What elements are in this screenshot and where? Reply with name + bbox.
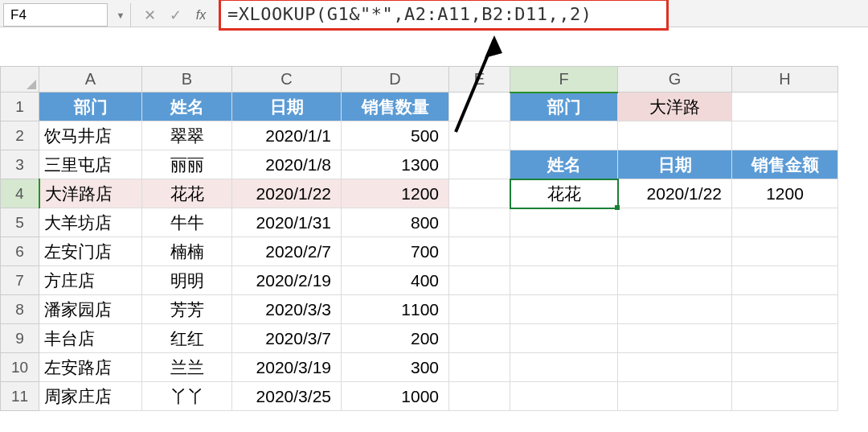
cell-A4[interactable]: 大洋路店 <box>39 179 142 208</box>
formula-input[interactable]: =XLOOKUP(G1&"*",A2:A11,B2:D11,,2) <box>219 0 669 31</box>
cell-A3[interactable]: 三里屯店 <box>39 150 142 179</box>
cell-C1[interactable]: 日期 <box>232 93 342 121</box>
row-header-1[interactable]: 1 <box>1 93 39 121</box>
cancel-icon[interactable]: ✕ <box>137 3 162 27</box>
cell-B9[interactable]: 红红 <box>142 324 232 353</box>
cell-A10[interactable]: 左安路店 <box>39 353 142 382</box>
cell-B8[interactable]: 芳芳 <box>142 295 232 324</box>
cell-D11[interactable]: 1000 <box>342 382 449 411</box>
cell-D3[interactable]: 1300 <box>342 150 449 179</box>
cell-H10[interactable] <box>732 353 838 382</box>
cell-G1[interactable]: 大洋路 <box>618 93 732 121</box>
cell-C7[interactable]: 2020/2/19 <box>232 266 342 295</box>
row-header-2[interactable]: 2 <box>1 121 39 150</box>
cell-G9[interactable] <box>618 324 732 353</box>
column-header-F[interactable]: F <box>510 67 618 93</box>
cell-D9[interactable]: 200 <box>342 324 449 353</box>
cell-E6[interactable] <box>449 237 510 266</box>
fx-icon[interactable]: fx <box>188 3 214 27</box>
cell-C6[interactable]: 2020/2/7 <box>232 237 342 266</box>
row-header-3[interactable]: 3 <box>1 150 39 179</box>
cell-F1[interactable]: 部门 <box>510 93 618 121</box>
cell-E2[interactable] <box>449 121 510 150</box>
cell-C3[interactable]: 2020/1/8 <box>232 150 342 179</box>
cell-G8[interactable] <box>618 295 732 324</box>
cell-B2[interactable]: 翠翠 <box>142 121 232 150</box>
cell-F5[interactable] <box>510 208 618 237</box>
row-header-5[interactable]: 5 <box>1 208 39 237</box>
cell-G5[interactable] <box>618 208 732 237</box>
cell-B3[interactable]: 丽丽 <box>142 150 232 179</box>
cell-D7[interactable]: 400 <box>342 266 449 295</box>
cell-A7[interactable]: 方庄店 <box>39 266 142 295</box>
cell-F2[interactable] <box>510 121 618 150</box>
row-header-11[interactable]: 11 <box>1 382 39 411</box>
cell-B1[interactable]: 姓名 <box>142 93 232 121</box>
confirm-icon[interactable]: ✓ <box>162 3 188 27</box>
column-header-G[interactable]: G <box>618 67 732 93</box>
cell-H7[interactable] <box>732 266 838 295</box>
cell-G11[interactable] <box>618 382 732 411</box>
cell-H1[interactable] <box>732 93 838 121</box>
cell-F7[interactable] <box>510 266 618 295</box>
cell-G2[interactable] <box>618 121 732 150</box>
column-header-E[interactable]: E <box>449 67 510 93</box>
cell-H5[interactable] <box>732 208 838 237</box>
cell-D2[interactable]: 500 <box>342 121 449 150</box>
cell-G6[interactable] <box>618 237 732 266</box>
cell-A5[interactable]: 大羊坊店 <box>39 208 142 237</box>
cell-F8[interactable] <box>510 295 618 324</box>
cell-D6[interactable]: 700 <box>342 237 449 266</box>
cell-A11[interactable]: 周家庄店 <box>39 382 142 411</box>
cell-G3[interactable]: 日期 <box>618 150 732 179</box>
select-all-corner[interactable] <box>1 67 39 93</box>
cell-E11[interactable] <box>449 382 510 411</box>
cell-A9[interactable]: 丰台店 <box>39 324 142 353</box>
cell-E10[interactable] <box>449 353 510 382</box>
cell-H11[interactable] <box>732 382 838 411</box>
cell-F6[interactable] <box>510 237 618 266</box>
cell-A1[interactable]: 部门 <box>39 93 142 121</box>
cell-E7[interactable] <box>449 266 510 295</box>
cell-A2[interactable]: 饮马井店 <box>39 121 142 150</box>
cell-C11[interactable]: 2020/3/25 <box>232 382 342 411</box>
cell-A6[interactable]: 左安门店 <box>39 237 142 266</box>
cell-H3[interactable]: 销售金额 <box>732 150 838 179</box>
cell-B7[interactable]: 明明 <box>142 266 232 295</box>
cell-H6[interactable] <box>732 237 838 266</box>
name-box-dropdown[interactable]: ▼ <box>113 3 129 27</box>
cell-F11[interactable] <box>510 382 618 411</box>
cell-D5[interactable]: 800 <box>342 208 449 237</box>
cell-C4[interactable]: 2020/1/22 <box>232 179 342 208</box>
cell-B11[interactable]: 丫丫 <box>142 382 232 411</box>
column-header-D[interactable]: D <box>342 67 449 93</box>
row-header-8[interactable]: 8 <box>1 295 39 324</box>
cell-C10[interactable]: 2020/3/19 <box>232 353 342 382</box>
name-box[interactable]: F4 <box>3 3 108 27</box>
cell-F3[interactable]: 姓名 <box>510 150 618 179</box>
cell-D1[interactable]: 销售数量 <box>342 93 449 121</box>
cell-D4[interactable]: 1200 <box>342 179 449 208</box>
row-header-6[interactable]: 6 <box>1 237 39 266</box>
cell-B10[interactable]: 兰兰 <box>142 353 232 382</box>
cell-F10[interactable] <box>510 353 618 382</box>
cell-D10[interactable]: 300 <box>342 353 449 382</box>
row-header-9[interactable]: 9 <box>1 324 39 353</box>
cell-E9[interactable] <box>449 324 510 353</box>
cell-B4[interactable]: 花花 <box>142 179 232 208</box>
cell-F9[interactable] <box>510 324 618 353</box>
row-header-7[interactable]: 7 <box>1 266 39 295</box>
cell-H8[interactable] <box>732 295 838 324</box>
column-header-B[interactable]: B <box>142 67 232 93</box>
cell-G4[interactable]: 2020/1/22 <box>618 179 732 208</box>
cell-E4[interactable] <box>449 179 510 208</box>
cell-H2[interactable] <box>732 121 838 150</box>
cell-G7[interactable] <box>618 266 732 295</box>
cell-B6[interactable]: 楠楠 <box>142 237 232 266</box>
cell-C5[interactable]: 2020/1/31 <box>232 208 342 237</box>
cell-H4[interactable]: 1200 <box>732 179 838 208</box>
row-header-4[interactable]: 4 <box>1 179 39 208</box>
cell-E3[interactable] <box>449 150 510 179</box>
cell-F4[interactable]: 花花 <box>510 179 618 208</box>
row-header-10[interactable]: 10 <box>1 353 39 382</box>
